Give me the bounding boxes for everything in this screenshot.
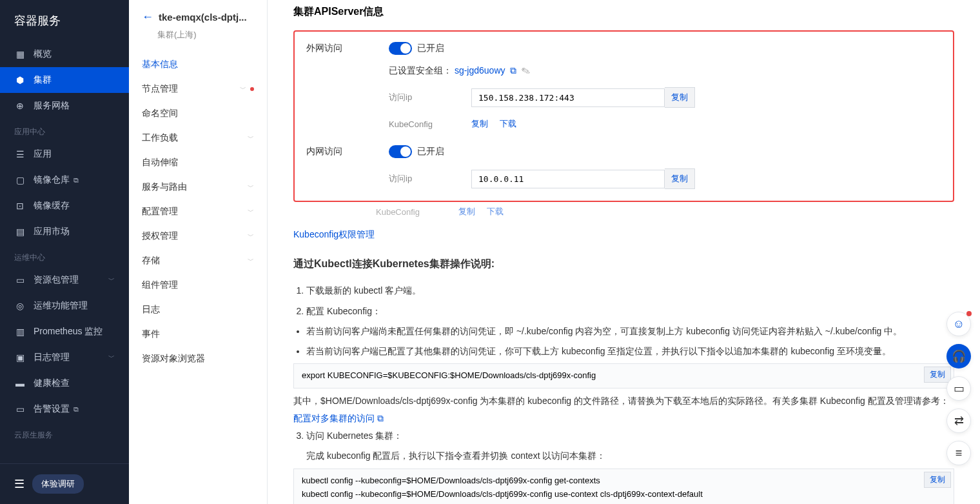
nav-label: 告警设置 [34,403,70,415]
subnav-item[interactable]: 授权管理﹀ [129,224,267,248]
nav-icon: ◎ [14,300,26,312]
chevron-down-icon: ﹀ [108,353,115,362]
nav-icon: ▬ [14,378,26,389]
download-kubeconfig-private-button[interactable]: 下载 [487,207,504,216]
step-2b: 若当前访问客户端已配置了其他集群的访问凭证，你可下载上方 kubeconfig … [306,343,954,360]
subnav-item[interactable]: 组件管理 [129,273,267,297]
code-1-desc: 其中，$HOME/Downloads/cls-dptj699x-config 为… [293,392,954,427]
nav-label: 资源包管理 [34,274,79,286]
subnav-item[interactable]: 资源对象浏览器 [129,347,267,371]
nav-item[interactable]: ▬健康检查 [0,370,129,396]
multi-cluster-link[interactable]: 配置对多集群的访问 ⧉ [293,413,384,423]
step-3: 访问 Kubernetes 集群： [306,427,954,445]
subnav-item[interactable]: 服务与路由﹀ [129,175,267,199]
subnav-label: 服务与路由 [142,181,187,193]
nav-item[interactable]: ⊕服务网格 [0,93,129,119]
subnav-label: 配置管理 [142,206,178,217]
private-access-toggle[interactable] [389,145,412,158]
nav-label: 概览 [34,48,52,60]
copy-kubeconfig-private-button[interactable]: 复制 [458,207,475,216]
nav-icon: ▦ [14,48,26,60]
nav-label: 健康检查 [34,378,70,389]
docs-icon[interactable]: ▭ [946,376,971,401]
nav-item[interactable]: ▭资源包管理﹀ [0,267,129,293]
nav-item[interactable]: ▭告警设置⧉ [0,396,129,422]
survey-button[interactable]: 体验调研 [32,474,84,494]
nav-section-ops: 运维中心 [0,245,129,267]
apiserver-title: 集群APIServer信息 [293,5,954,19]
external-icon: ⧉ [74,405,79,414]
edit-icon[interactable]: ✎ [519,65,530,76]
code-block-1: export KUBECONFIG=$KUBECONFIG:$HOME/Down… [293,363,954,388]
main-content: 集群APIServer信息 外网访问 已开启 已设置安全组： sg-jgd6uo… [268,0,980,504]
nav-icon: ⊡ [14,200,26,212]
back-arrow-icon[interactable]: ← [142,10,153,24]
kubeconfig-auth-link[interactable]: Kubeconfig权限管理 [293,229,375,239]
nav-icon: ⊕ [14,100,26,112]
sg-prefix: 已设置安全组： [389,65,452,76]
chevron-down-icon: ﹀ [248,256,254,265]
external-link-icon[interactable]: ⧉ [507,65,516,76]
nav-label: 运维功能管理 [34,300,88,312]
private-ip-value[interactable]: 10.0.0.11 [471,170,665,188]
nav-item[interactable]: ▥Prometheus 监控 [0,319,129,345]
support-icon[interactable]: 🎧 [946,344,971,368]
cluster-region: 集群(上海) [129,28,267,52]
chevron-down-icon: ﹀ [248,232,254,241]
private-ip-label: 访问ip [389,173,471,185]
alert-dot-icon [250,87,254,91]
subnav-item[interactable]: 自动伸缩 [129,150,267,175]
security-group-link[interactable]: sg-jgd6uowy [455,65,505,76]
cluster-sub-nav: ← tke-emqx(cls-dptj... 集群(上海) 基本信息节点管理﹀命… [129,0,268,504]
private-access-label: 内网访问 [306,146,389,157]
subnav-item[interactable]: 节点管理﹀ [129,77,267,101]
nav-item[interactable]: ◎运维功能管理 [0,293,129,319]
nav-item[interactable]: ▣日志管理﹀ [0,345,129,370]
nav-icon: ☰ [14,148,26,160]
subnav-label: 节点管理 [142,83,178,95]
subnav-label: 授权管理 [142,230,178,242]
copy-kubeconfig-public-button[interactable]: 复制 [471,119,488,128]
nav-item[interactable]: ▦概览 [0,41,129,67]
nav-item[interactable]: ⊡镜像缓存 [0,193,129,219]
subnav-item[interactable]: 基本信息 [129,52,267,77]
subnav-label: 自动伸缩 [142,157,178,168]
subnav-label: 工作负载 [142,132,178,144]
copy-code-2-button[interactable]: 复制 [924,472,951,488]
instructions-list: 下载最新的 kubectl 客户端。 配置 Kubeconfig： [293,281,954,320]
nav-item[interactable]: ▢镜像仓库⧉ [0,167,129,193]
nav-section-cloud: 云原生服务 [0,422,129,445]
subnav-item[interactable]: 事件 [129,322,267,347]
public-ip-value[interactable]: 150.158.238.172:443 [471,88,665,107]
subnav-item[interactable]: 存储﹀ [129,248,267,273]
subnav-item[interactable]: 日志 [129,297,267,322]
nav-item[interactable]: ⬢集群 [0,67,129,93]
copy-public-ip-button[interactable]: 复制 [665,87,695,108]
private-kubeconfig-label: KubeConfig [376,207,458,217]
list-icon[interactable]: ≡ [946,441,971,465]
nav-icon: ▣ [14,352,26,363]
subnav-label: 日志 [142,304,160,316]
subnav-item[interactable]: 命名空间 [129,101,267,126]
step-2a: 若当前访问客户端尚未配置任何集群的访问凭证，即 ~/.kube/config 内… [306,323,954,340]
subnav-label: 存储 [142,255,160,267]
nav-icon: ▭ [14,403,26,415]
subnav-item[interactable]: 工作负载﹀ [129,126,267,150]
nav-label: 镜像缓存 [34,200,70,212]
public-access-toggle[interactable] [389,42,412,55]
copy-private-ip-button[interactable]: 复制 [665,168,695,189]
nav-section-app: 应用中心 [0,119,129,141]
private-access-status: 已开启 [417,146,444,157]
nav-icon: ⬢ [14,74,26,86]
download-kubeconfig-public-button[interactable]: 下载 [500,119,516,128]
chevron-down-icon: ﹀ [248,134,254,143]
floating-toolbar: ☺ 🎧 ▭ ⇄ ≡ [946,312,971,465]
nav-item[interactable]: ▤应用市场 [0,219,129,245]
settings-icon[interactable]: ⇄ [946,408,971,433]
nav-label: 应用 [34,148,52,160]
subnav-item[interactable]: 配置管理﹀ [129,199,267,224]
collapse-icon[interactable]: ☰ [14,477,24,491]
nav-item[interactable]: ☰应用 [0,141,129,167]
public-ip-label: 访问ip [389,92,471,103]
feedback-icon[interactable]: ☺ [946,312,971,336]
